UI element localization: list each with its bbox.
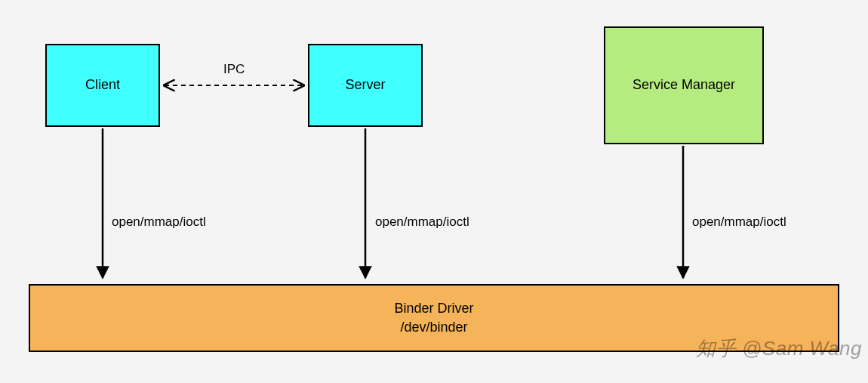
ipc-label: IPC bbox=[223, 62, 245, 77]
server-arrow-label: open/mmap/ioctl bbox=[375, 215, 469, 230]
service-manager-label: Service Manager bbox=[633, 76, 735, 94]
client-box: Client bbox=[45, 44, 160, 127]
client-arrow-label: open/mmap/ioctl bbox=[112, 215, 206, 230]
binder-driver-line2: /dev/binder bbox=[400, 318, 467, 337]
sm-arrow-label: open/mmap/ioctl bbox=[692, 215, 786, 230]
binder-driver-box: Binder Driver /dev/binder bbox=[29, 284, 839, 352]
server-box: Server bbox=[308, 44, 423, 127]
client-label: Client bbox=[85, 76, 120, 94]
service-manager-box: Service Manager bbox=[604, 26, 764, 144]
server-label: Server bbox=[345, 76, 385, 94]
binder-driver-line1: Binder Driver bbox=[394, 299, 473, 318]
